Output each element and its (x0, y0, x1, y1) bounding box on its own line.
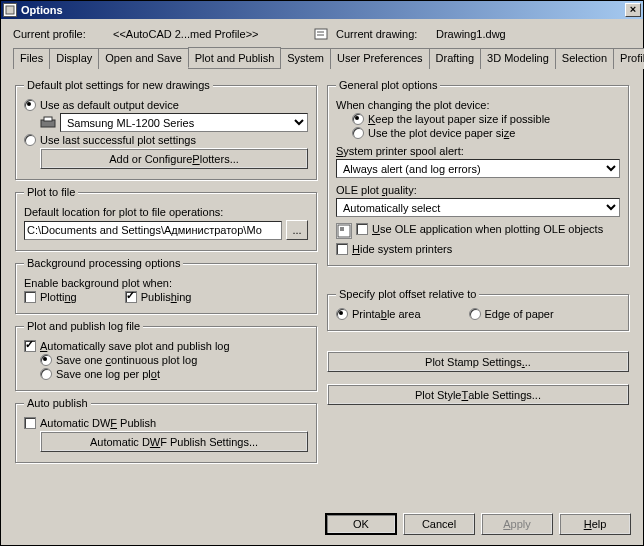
legend-default-plot: Default plot settings for new drawings (24, 79, 213, 91)
label-default-location: Default location for plot to file operat… (24, 206, 223, 218)
check-plotting[interactable] (24, 291, 36, 303)
radio-last-settings[interactable] (24, 134, 36, 146)
radio-keep-layout[interactable] (352, 113, 364, 125)
plot-stamp-button[interactable]: Plot Stamp Settings... (327, 351, 629, 372)
current-profile-label: Current profile: (13, 28, 113, 40)
label-ole-quality: OLE plot quality: (336, 184, 417, 196)
label-plotting: Plotting (40, 291, 77, 303)
spool-alert-select[interactable]: Always alert (and log errors) (336, 159, 620, 178)
legend-offset: Specify plot offset relative to (336, 288, 479, 300)
current-drawing-label: Current drawing: (336, 28, 436, 40)
radio-use-device[interactable] (352, 127, 364, 139)
ole-icon (336, 223, 352, 239)
titlebar: Options × (1, 1, 643, 19)
group-background: Background processing options Enable bac… (15, 257, 317, 314)
group-log: Plot and publish log file Automatically … (15, 320, 317, 391)
tab-selection[interactable]: Selection (555, 48, 614, 69)
group-offset: Specify plot offset relative to Printabl… (327, 288, 629, 331)
group-default-plot: Default plot settings for new drawings U… (15, 79, 317, 180)
legend-general: General plot options (336, 79, 440, 91)
browse-button[interactable]: ... (286, 220, 308, 240)
label-changing-device: When changing the plot device: (336, 99, 490, 111)
label-enable-bg: Enable background plot when: (24, 277, 172, 289)
app-icon (3, 3, 17, 17)
label-last-settings: Use last successful plot settings (40, 134, 196, 146)
radio-printable[interactable] (336, 308, 348, 320)
svg-rect-0 (6, 6, 14, 14)
radio-one-continuous[interactable] (40, 354, 52, 366)
legend-auto-publish: Auto publish (24, 397, 91, 409)
dialog-footer: OK Cancel Apply Help (325, 513, 631, 535)
drawing-icon (314, 27, 330, 41)
ok-button[interactable]: OK (325, 513, 397, 535)
label-one-continuous: Save one continuous plot log (56, 354, 197, 366)
plot-file-path-input[interactable] (24, 221, 282, 240)
tab-strip: Files Display Open and Save Plot and Pub… (13, 47, 631, 69)
label-edge: Edge of paper (485, 308, 554, 320)
label-use-device: Use the plot device paper size (368, 127, 515, 139)
label-keep-layout: Keep the layout paper size if possible (368, 113, 550, 125)
label-spool: System printer spool alert: (336, 145, 464, 157)
apply-button[interactable]: Apply (481, 513, 553, 535)
default-device-select[interactable]: Samsung ML-1200 Series (60, 113, 308, 132)
group-auto-publish: Auto publish Automatic DWF Publish Autom… (15, 397, 317, 463)
label-one-per: Save one log per plot (56, 368, 160, 380)
label-default-device: Use as default output device (40, 99, 179, 111)
printer-icon (40, 116, 56, 130)
svg-rect-7 (340, 227, 344, 231)
tab-drafting[interactable]: Drafting (429, 48, 482, 69)
add-configure-plotters-button[interactable]: Add or Configure Plotters... (40, 148, 308, 169)
tab-files[interactable]: Files (13, 48, 50, 69)
help-button[interactable]: Help (559, 513, 631, 535)
radio-edge[interactable] (469, 308, 481, 320)
label-hide-printers: Hide system printers (352, 243, 452, 255)
check-auto-dwf[interactable] (24, 417, 36, 429)
svg-rect-5 (44, 117, 52, 121)
tab-plot-publish[interactable]: Plot and Publish (188, 47, 282, 68)
tab-system[interactable]: System (280, 48, 331, 69)
label-publishing: Publishing (141, 291, 192, 303)
label-autosave-log: Automatically save plot and publish log (40, 340, 230, 352)
group-general: General plot options When changing the p… (327, 79, 629, 266)
profile-row: Current profile: <<AutoCAD 2...med Profi… (13, 27, 631, 41)
check-hide-printers[interactable] (336, 243, 348, 255)
label-use-ole-app: Use OLE application when plotting OLE ob… (372, 223, 603, 235)
tab-user-preferences[interactable]: User Preferences (330, 48, 430, 69)
radio-one-per[interactable] (40, 368, 52, 380)
check-use-ole-app[interactable] (356, 223, 368, 235)
group-plot-to-file: Plot to file Default location for plot t… (15, 186, 317, 251)
ole-quality-select[interactable]: Automatically select (336, 198, 620, 217)
tab-display[interactable]: Display (49, 48, 99, 69)
window-title: Options (21, 4, 625, 16)
cancel-button[interactable]: Cancel (403, 513, 475, 535)
svg-rect-1 (315, 29, 327, 39)
legend-plot-to-file: Plot to file (24, 186, 78, 198)
check-autosave-log[interactable] (24, 340, 36, 352)
current-drawing-value: Drawing1.dwg (436, 28, 506, 40)
auto-dwf-settings-button[interactable]: Automatic DWF Publish Settings... (40, 431, 308, 452)
label-printable: Printable area (352, 308, 421, 320)
label-auto-dwf: Automatic DWF Publish (40, 417, 156, 429)
options-dialog: Options × Current profile: <<AutoCAD 2..… (0, 0, 644, 546)
current-profile-value: <<AutoCAD 2...med Profile>> (113, 28, 308, 40)
legend-background: Background processing options (24, 257, 183, 269)
plot-style-button[interactable]: Plot Style Table Settings... (327, 384, 629, 405)
radio-default-device[interactable] (24, 99, 36, 111)
tab-open-save[interactable]: Open and Save (98, 48, 188, 69)
legend-log: Plot and publish log file (24, 320, 143, 332)
close-button[interactable]: × (625, 3, 641, 17)
tab-3d-modeling[interactable]: 3D Modeling (480, 48, 556, 69)
tab-profiles[interactable]: Profiles (613, 48, 644, 69)
check-publishing[interactable] (125, 291, 137, 303)
